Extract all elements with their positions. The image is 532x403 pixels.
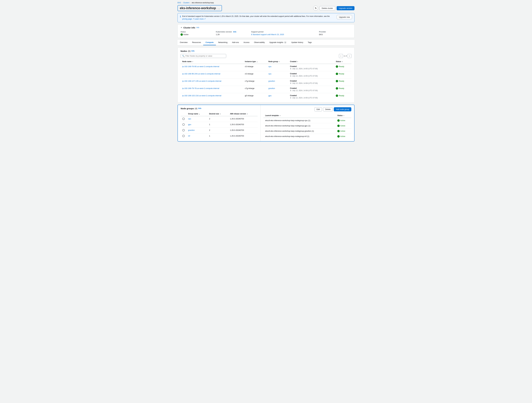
section-toggle[interactable]: ▼ <box>181 26 182 29</box>
created-date: 🗓July 12, 2024, 14:05 (UTC-07:00) <box>290 75 332 77</box>
status-badge: ✓ Ready <box>336 80 350 82</box>
node-group-link[interactable]: gpu <box>268 95 272 97</box>
tab-networking[interactable]: Networking <box>216 40 230 45</box>
nodes-pagination: ‹ 1 2 › <box>339 54 351 58</box>
col-status[interactable]: Status ▾ <box>334 59 351 64</box>
upgrade-version-button[interactable]: Upgrade version <box>337 6 355 10</box>
breadcrumb: EKS › Clusters › eks-inference-workshop-… <box>177 2 355 4</box>
breadcrumb-current: eks-inference-workshop-karp <box>192 2 214 4</box>
active-badge: ✓ Active <box>337 125 350 127</box>
col-node-group[interactable]: Node group ▾ <box>267 59 288 64</box>
group-name-link[interactable]: inf <box>188 135 190 137</box>
tab-add-ons[interactable]: Add-ons <box>230 40 241 45</box>
support-link[interactable]: Standard support until March 23, 2025 <box>253 33 284 36</box>
ami-version-cell: 1.29.3-20240703 <box>228 133 258 139</box>
launch-template-cell: eksctl-eks-inference-workshop-karp-nodeg… <box>263 123 336 128</box>
col-ng-status[interactable]: Status ▾ <box>336 113 351 118</box>
active-badge: ✓ Active <box>337 135 350 137</box>
col-created[interactable]: Created ▾ <box>288 59 334 64</box>
nodes-info-link[interactable]: Info <box>191 50 195 52</box>
created-label: Created <box>290 95 332 97</box>
group-name-link[interactable]: cpu <box>188 118 191 120</box>
col-node-name[interactable]: Node name ▾ <box>181 59 243 64</box>
radio-button[interactable] <box>182 124 185 126</box>
calendar-icon: 🗓 <box>290 97 291 99</box>
tab-compute[interactable]: Compute <box>203 40 216 45</box>
launch-template-cell: eksctl-eks-inference-workshop-karp-nodeg… <box>263 118 336 123</box>
status-label: Status <box>181 31 213 33</box>
pricing-page-link[interactable]: pricing page ↗ <box>182 18 194 20</box>
sort-node-name-icon: ▾ <box>192 61 193 62</box>
nodes-count: (6) <box>188 50 190 52</box>
created-cell: Created 🗓July 12, 2024, 14:08 (UTC-07:00… <box>288 78 334 86</box>
ready-check-icon: ✓ <box>336 87 338 90</box>
calendar-icon: 🗓 <box>290 90 291 91</box>
nodes-search-pagination: 🔍 ‹ 1 2 › <box>181 54 351 58</box>
node-groups-right: Edit Delete Add node group Launch templa… <box>260 105 354 141</box>
delete-node-group-button[interactable]: Delete <box>323 107 333 111</box>
node-group-cell: cpu <box>267 64 288 71</box>
node-name-link[interactable]: ip-192-168-76-90.us-west-2.compute.inter… <box>182 65 219 68</box>
radio-button[interactable] <box>182 118 185 120</box>
node-name-link[interactable]: ip-192-168-102-216.us-west-2.compute.int… <box>182 95 221 97</box>
tab-update-history[interactable]: Update history <box>289 40 305 45</box>
cluster-title: eks-inference-workshop <box>180 6 216 10</box>
ready-check-icon: ✓ <box>336 65 338 68</box>
ready-check-icon: ✓ <box>336 95 338 97</box>
node-group-link[interactable]: graviton <box>268 87 275 89</box>
node-groups-title: Node groups (4) Info <box>181 107 201 110</box>
node-group-link[interactable]: cpu <box>268 73 272 75</box>
col-launch-template[interactable]: Launch template ▾ <box>263 113 336 118</box>
upgrade-now-button[interactable]: Upgrade now <box>337 15 352 19</box>
col-ami-version[interactable]: AMI release version ▾ <box>228 112 258 116</box>
node-name-link[interactable]: ip-192-168-79-78.us-west-2.compute.inter… <box>182 87 219 89</box>
group-name-link[interactable]: gpu <box>188 124 191 125</box>
col-desired-size[interactable]: Desired size ▾ <box>207 112 228 116</box>
header-actions: ↻ Delete cluster Upgrade version <box>313 6 355 11</box>
tab-tags[interactable]: Tags <box>305 40 314 45</box>
tab-observability[interactable]: Observability <box>252 40 267 45</box>
banner-text: End of standard support for Kubernetes v… <box>182 15 335 20</box>
tab-overview[interactable]: Overview <box>177 40 190 45</box>
breadcrumb-eks[interactable]: EKS <box>177 2 181 4</box>
nodes-search-box[interactable]: 🔍 <box>181 54 226 58</box>
ng-status-cell: ✓ Active <box>336 123 351 128</box>
refresh-button[interactable]: ↻ <box>313 6 318 11</box>
next-page-button[interactable]: › <box>348 54 351 58</box>
k8s-version-item: Kubernetes version Info 1.29 <box>216 31 248 36</box>
edit-node-group-button[interactable]: Edit <box>314 107 322 111</box>
radio-button[interactable] <box>182 129 185 131</box>
radio-button[interactable] <box>182 135 185 137</box>
node-groups-info-link[interactable]: Info <box>198 107 201 109</box>
learn-more-link[interactable]: Learn more ↗ <box>195 18 206 20</box>
tab-access[interactable]: Access <box>241 40 252 45</box>
group-name-link[interactable]: graviton <box>188 129 195 131</box>
delete-cluster-button[interactable]: Delete cluster <box>320 6 335 10</box>
cluster-info-link[interactable]: Info <box>196 26 199 29</box>
list-item: eksctl-eks-inference-workshop-karp-nodeg… <box>263 134 351 139</box>
col-group-name[interactable]: Group name ▴ <box>186 112 207 116</box>
ng-status-cell: ✓ Active <box>336 134 351 139</box>
k8s-info-link[interactable]: Info <box>233 31 236 33</box>
tab-upgrade-insights[interactable]: Upgrade insights1 <box>267 40 289 45</box>
breadcrumb-clusters[interactable]: Clusters <box>183 2 190 4</box>
node-name-link[interactable]: ip-192-168-96-244.us-west-2.compute.inte… <box>182 73 220 75</box>
node-group-link[interactable]: graviton <box>268 80 275 82</box>
created-label: Created <box>290 65 332 67</box>
add-node-group-button[interactable]: Add node group <box>334 107 351 111</box>
node-name-cell: ip-192-168-79-78.us-west-2.compute.inter… <box>181 86 243 93</box>
node-group-link[interactable]: cpu <box>268 65 272 68</box>
prev-page-button[interactable]: ‹ <box>339 54 343 58</box>
node-group-cell: cpu <box>267 71 288 78</box>
created-label: Created <box>290 80 332 82</box>
sort-instance-icon: ▴ <box>257 61 257 62</box>
desired-size-cell: 2 <box>207 128 228 133</box>
cluster-title-box: eks-inference-workshop . ., <box>177 5 222 11</box>
node-groups-left: Node groups (4) Info Group name ▴ Desire… <box>178 105 260 141</box>
tab-resources[interactable]: Resources <box>190 40 203 45</box>
node-name-link[interactable]: ip-192-168-127-135.us-west-2.compute.int… <box>182 80 221 82</box>
nodes-search-input[interactable] <box>185 55 225 57</box>
list-item: eksctl-eks-inference-workshop-karp-nodeg… <box>263 123 351 128</box>
k8s-label: Kubernetes version Info <box>216 31 248 33</box>
col-instance-type[interactable]: Instance type ▴ <box>243 59 267 64</box>
